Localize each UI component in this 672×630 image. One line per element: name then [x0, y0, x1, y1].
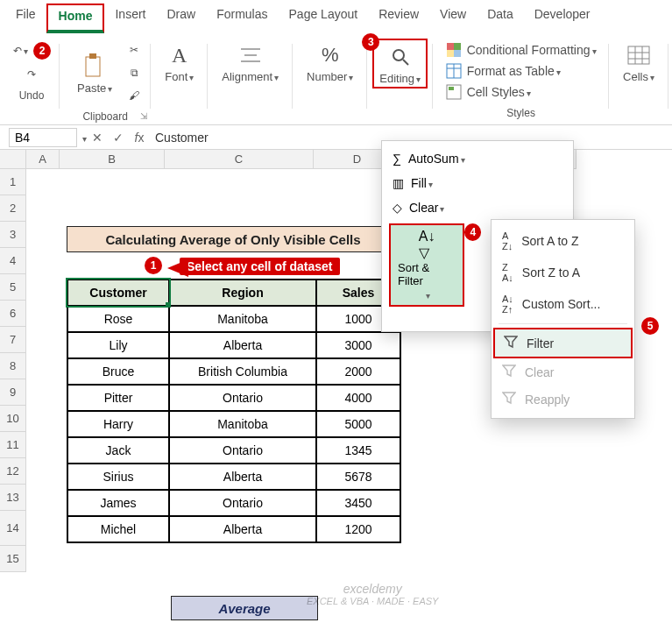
cell[interactable]: Bruce: [67, 358, 169, 385]
svg-rect-9: [447, 50, 454, 57]
cut-icon[interactable]: ✂: [126, 42, 142, 58]
cell[interactable]: 3450: [316, 490, 400, 516]
row-header[interactable]: 5: [0, 274, 26, 301]
cell[interactable]: Ontario: [169, 437, 316, 464]
menu-developer[interactable]: Developer: [524, 4, 601, 33]
cell[interactable]: Ontario: [169, 490, 316, 516]
row-header[interactable]: 1: [0, 169, 26, 195]
menu-insert[interactable]: Insert: [104, 4, 156, 33]
ribbon-group-clipboard: Paste ✂ ⧉ 🖌 Clipboard ⇲: [60, 39, 151, 124]
paste-icon: [82, 52, 107, 81]
average-label-cell[interactable]: Average: [171, 596, 318, 620]
row-header[interactable]: 3: [0, 222, 26, 248]
cell[interactable]: Rose: [67, 306, 169, 332]
fill-down-icon: ▥: [393, 176, 404, 190]
menu-page-layout[interactable]: Page Layout: [279, 4, 369, 33]
custom-sort-icon: A↓Z↑: [502, 294, 513, 315]
clipboard-launcher-icon[interactable]: ⇲: [140, 111, 147, 121]
cell[interactable]: 5000: [316, 411, 400, 437]
select-all-corner[interactable]: [0, 150, 26, 169]
format-as-table-button[interactable]: Format as Table: [446, 63, 561, 79]
col-header[interactable]: B: [60, 150, 165, 169]
redo-icon[interactable]: ↷: [24, 67, 39, 82]
custom-sort-item[interactable]: A↓Z↑ Custom Sort...: [493, 288, 633, 320]
menu-review[interactable]: Review: [368, 4, 429, 33]
row-header[interactable]: 12: [0, 458, 26, 485]
separator: [499, 323, 627, 324]
row-header[interactable]: 13: [0, 485, 26, 511]
cell[interactable]: Harry: [67, 411, 169, 437]
row-header[interactable]: 15: [0, 546, 26, 572]
font-button[interactable]: A Font: [156, 39, 202, 85]
menu-home[interactable]: Home: [46, 4, 105, 33]
autosum-item[interactable]: ∑ AutoSum: [386, 146, 569, 171]
badge-5: 5: [641, 317, 659, 335]
header-region[interactable]: Region: [169, 280, 316, 306]
cell-styles-button[interactable]: Cell Styles: [446, 84, 531, 100]
cell[interactable]: 3000: [316, 332, 400, 358]
row-header[interactable]: 2: [0, 195, 26, 222]
fx-icon[interactable]: fx: [129, 131, 150, 145]
font-icon: A: [167, 40, 192, 70]
sort-az-item[interactable]: AZ↓ Sort A to Z: [493, 225, 633, 257]
cell[interactable]: Alberta: [169, 516, 316, 542]
number-button[interactable]: % Number: [298, 39, 362, 85]
format-painter-icon[interactable]: 🖌: [126, 88, 142, 103]
col-header[interactable]: C: [165, 150, 314, 169]
cell[interactable]: Ontario: [169, 385, 316, 411]
funnel-clear-icon: [502, 364, 516, 380]
percent-icon: %: [318, 40, 343, 70]
sort-filter-menu: AZ↓ Sort A to Z ZA↓ Sort Z to A A↓Z↑ Cus…: [491, 219, 635, 419]
cell[interactable]: 4000: [316, 385, 400, 411]
row-header[interactable]: 4: [0, 248, 26, 274]
svg-rect-1: [89, 53, 96, 59]
cell[interactable]: Pitter: [67, 385, 169, 411]
sort-filter-button[interactable]: A↓▽ Sort & Filter: [389, 223, 464, 307]
row-header[interactable]: 8: [0, 353, 26, 379]
menu-draw[interactable]: Draw: [156, 4, 206, 33]
cell[interactable]: Jack: [67, 437, 169, 464]
menu-data[interactable]: Data: [477, 4, 524, 33]
cell[interactable]: Lily: [67, 332, 169, 358]
table-icon: [446, 63, 462, 79]
undo-icon[interactable]: ↶: [12, 43, 28, 59]
menu-file[interactable]: File: [5, 4, 46, 33]
fill-item[interactable]: ▥ Fill: [386, 171, 569, 195]
col-header[interactable]: A: [26, 150, 60, 169]
cell[interactable]: Alberta: [169, 464, 316, 490]
alignment-button[interactable]: Alignment: [213, 39, 287, 85]
cell[interactable]: Michel: [67, 516, 169, 542]
cell[interactable]: 1200: [316, 516, 400, 542]
cell[interactable]: Alberta: [169, 332, 316, 358]
menu-view[interactable]: View: [429, 4, 477, 33]
row-header[interactable]: 7: [0, 327, 26, 353]
cell[interactable]: 2000: [316, 358, 400, 385]
row-header[interactable]: 14: [0, 511, 26, 546]
name-box-dropdown-icon[interactable]: [81, 131, 87, 145]
copy-icon[interactable]: ⧉: [126, 65, 142, 81]
cell[interactable]: Manitoba: [169, 411, 316, 437]
header-customer[interactable]: Customer: [67, 280, 169, 306]
cell[interactable]: Manitoba: [169, 306, 316, 332]
cell[interactable]: James: [67, 490, 169, 516]
row-header[interactable]: 10: [0, 406, 26, 432]
name-box[interactable]: B4: [9, 128, 77, 147]
search-icon: [388, 42, 413, 72]
cell[interactable]: 5678: [316, 464, 400, 490]
row-header[interactable]: 6: [0, 301, 26, 327]
accept-formula-icon[interactable]: ✓: [108, 131, 129, 145]
conditional-formatting-button[interactable]: Conditional Formatting: [446, 42, 597, 58]
cells-button[interactable]: Cells: [614, 39, 663, 85]
row-header[interactable]: 9: [0, 379, 26, 406]
cell[interactable]: 1345: [316, 437, 400, 464]
cell[interactable]: Sirius: [67, 464, 169, 490]
menu-formulas[interactable]: Formulas: [206, 4, 278, 33]
cancel-formula-icon[interactable]: ✕: [87, 131, 108, 145]
cell[interactable]: British Columbia: [169, 358, 316, 385]
sort-za-item[interactable]: ZA↓ Sort Z to A: [493, 257, 633, 288]
filter-item[interactable]: Filter: [493, 328, 633, 358]
editing-button[interactable]: Editing: [372, 39, 428, 88]
row-header[interactable]: 11: [0, 432, 26, 458]
paste-button[interactable]: Paste: [68, 50, 121, 96]
clear-item[interactable]: ◇ Clear: [386, 195, 569, 220]
